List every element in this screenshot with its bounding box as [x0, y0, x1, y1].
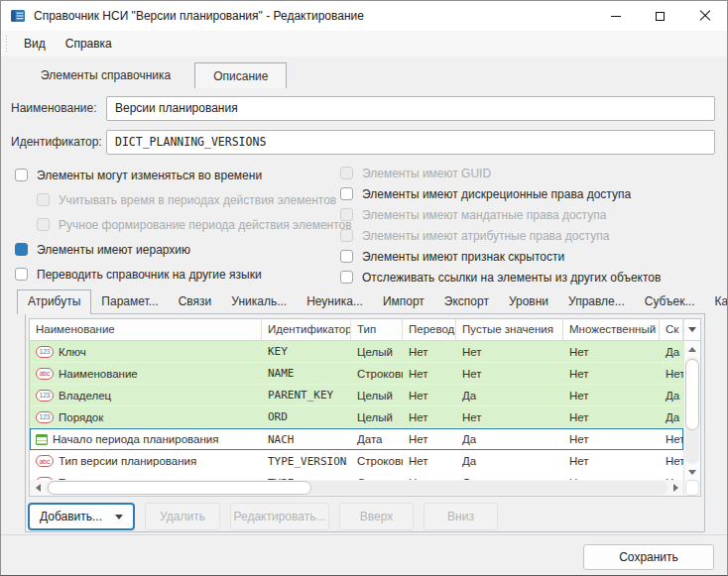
column-header[interactable]: Наименование — [30, 319, 262, 340]
checkbox-icon[interactable] — [15, 169, 28, 181]
close-button[interactable] — [682, 1, 727, 31]
option-checkbox-item[interactable]: Элементы имеют иерархию — [15, 237, 340, 262]
checkbox-icon[interactable] — [340, 271, 353, 284]
table-row[interactable]: abcТип TYPE Строковый Нет Да Нет Нет — [30, 472, 683, 480]
name-input[interactable] — [106, 96, 715, 121]
detail-tab-management[interactable]: Управле... — [558, 290, 635, 313]
cell-hidden: Нет — [660, 428, 683, 450]
checkbox-label: Ручное формирование периода действия эле… — [59, 218, 352, 232]
detail-tab-label: Экспорт — [444, 294, 489, 308]
table-row[interactable]: Начало периода планирования NACH Дата Не… — [30, 428, 683, 450]
column-chooser-button[interactable] — [684, 319, 700, 341]
column-header[interactable]: Тип — [351, 319, 403, 340]
option-checkbox-item[interactable]: Переводить справочник на другие языки — [15, 262, 340, 287]
option-checkbox-item[interactable]: Элементы имеют дискреционные права досту… — [340, 183, 727, 204]
detail-tab-unique[interactable]: Уникаль... — [221, 290, 297, 313]
detail-tab-nonunique[interactable]: Неуника... — [297, 290, 373, 313]
menu-view[interactable]: Вид — [14, 33, 56, 55]
scroll-right-button[interactable] — [667, 480, 683, 496]
menu-help[interactable]: Справка — [56, 33, 122, 55]
detail-tab-levels[interactable]: Уровни — [499, 290, 558, 313]
chevron-down-icon — [688, 327, 696, 332]
cell-type: Дата — [351, 428, 403, 450]
checkbox-icon[interactable] — [340, 187, 353, 200]
column-header[interactable]: Ск — [660, 319, 683, 340]
checkbox-icon[interactable] — [15, 243, 28, 256]
table-row[interactable]: abcНаименование NAME Строковый Нет Нет Н… — [30, 363, 683, 385]
cell-empty-values: Да — [456, 385, 563, 405]
column-header[interactable]: Пустые значения — [456, 319, 563, 340]
checkbox-icon[interactable] — [37, 218, 50, 231]
detail-tab-parameters[interactable]: Парамет... — [91, 290, 168, 313]
table-row[interactable]: 123Порядок ORD Целый Нет Нет Нет Да — [30, 406, 683, 428]
option-checkbox-item: Ручное формирование периода действия эле… — [15, 212, 340, 237]
detail-tab-card[interactable]: Карточка — [705, 290, 728, 313]
toolbar-grip[interactable] — [5, 36, 8, 52]
checkbox-label: Элементы имеют дискреционные права досту… — [362, 187, 631, 201]
cell-empty-values: Нет — [456, 341, 563, 362]
dictionary-app-icon — [10, 8, 26, 24]
add-button[interactable]: Добавить... — [28, 503, 135, 530]
detail-tab-label: Карточка — [715, 294, 728, 308]
cell-hidden: Да — [660, 406, 683, 427]
horizontal-scrollbar-thumb[interactable] — [48, 481, 311, 495]
tab-description[interactable]: Описание — [194, 62, 287, 88]
tab-dictionary-elements[interactable]: Элементы справочника — [17, 62, 194, 88]
checkbox-icon[interactable] — [15, 268, 28, 281]
detail-tab-label: Атрибуты — [28, 294, 80, 308]
detail-tab-label: Субъек... — [645, 294, 695, 308]
option-checkbox-item[interactable]: Элементы могут изменяться во времени — [15, 163, 340, 187]
add-button-label: Добавить... — [40, 510, 102, 523]
scroll-left-button[interactable] — [30, 480, 46, 496]
detail-tab-links[interactable]: Связи — [169, 290, 222, 313]
cell-translate: Нет — [403, 363, 456, 384]
detail-tab-export[interactable]: Экспорт — [434, 290, 499, 313]
table-row[interactable]: abcТип версии планирования TYPE_VERSION … — [30, 450, 683, 472]
save-button[interactable]: Сохранить — [583, 544, 714, 570]
column-header[interactable]: Идентификатор — [262, 319, 351, 340]
dialog-window: Справочник НСИ "Версии планирования" - Р… — [0, 0, 728, 576]
vertical-scrollbar[interactable] — [684, 341, 700, 480]
checkbox-icon[interactable] — [340, 167, 353, 179]
detail-tab-strip: АтрибутыПарамет...СвязиУникаль...Неуника… — [17, 289, 727, 313]
scroll-down-button[interactable] — [684, 464, 700, 480]
table-row[interactable]: 123Владелец PARENT_KEY Целый Нет Да Нет … — [30, 385, 683, 406]
option-checkbox-item[interactable]: Отслеживать ссылки на элементы из других… — [340, 267, 727, 288]
footer-bar: Сохранить — [1, 534, 727, 576]
checkbox-icon[interactable] — [340, 250, 353, 263]
horizontal-scrollbar[interactable] — [30, 480, 683, 496]
vertical-scrollbar-thumb[interactable] — [685, 359, 699, 430]
option-checkbox-item: Учитывать время в периодах действия элем… — [15, 187, 340, 212]
cell-identifier: PARENT_KEY — [262, 385, 351, 405]
checkbox-icon[interactable] — [37, 193, 50, 206]
cell-empty-values: Да — [456, 472, 563, 480]
maximize-button[interactable] — [638, 1, 682, 31]
detail-tab-subjects[interactable]: Субъек... — [635, 290, 705, 313]
option-checkbox-item: Элементы имеют GUID — [340, 163, 727, 183]
edit-button: Редактировать... — [230, 503, 329, 530]
minimize-button[interactable] — [593, 1, 638, 31]
identifier-input[interactable] — [106, 130, 715, 155]
checkbox-icon[interactable] — [340, 229, 353, 242]
move-up-button: Вверх — [339, 503, 414, 530]
cell-identifier: NACH — [262, 428, 351, 450]
table-row[interactable]: 123Ключ KEY Целый Нет Нет Нет Да — [30, 341, 683, 363]
detail-tab-label: Связи — [179, 294, 212, 308]
attributes-panel: НаименованиеИдентификаторТипПереводПусты… — [25, 313, 705, 532]
grid-header-row: НаименованиеИдентификаторТипПереводПусты… — [30, 319, 683, 341]
detail-tab-import[interactable]: Импорт — [373, 290, 434, 313]
option-checkbox-item: Элементы имеют атрибутные права доступа — [340, 225, 727, 246]
option-checkbox-item[interactable]: Элементы имеют признак скрытости — [340, 246, 727, 267]
cell-type: Строковый — [351, 472, 403, 480]
cell-identifier: ORD — [262, 406, 351, 427]
cell-identifier: NAME — [262, 363, 351, 384]
detail-tab-attributes[interactable]: Атрибуты — [17, 289, 91, 314]
checkbox-icon[interactable] — [340, 208, 353, 221]
column-header[interactable]: Множественный — [563, 319, 660, 340]
move-down-button: Вниз — [424, 503, 498, 530]
string-type-icon: abc — [36, 455, 54, 467]
cell-multiple: Нет — [563, 450, 660, 472]
cell-translate: Нет — [403, 341, 456, 362]
column-header[interactable]: Перевод — [403, 319, 456, 340]
scroll-up-button[interactable] — [684, 341, 700, 357]
